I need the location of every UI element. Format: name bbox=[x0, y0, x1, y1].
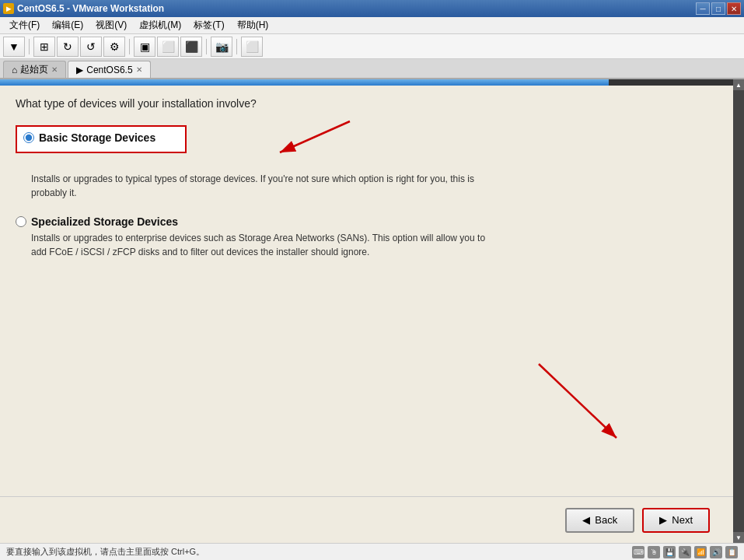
option-basic-desc: Installs or upgrades to typical types of… bbox=[31, 172, 498, 200]
toolbar-network-btn[interactable]: ⊞ bbox=[33, 37, 55, 57]
annotation-arrow-bottom bbox=[515, 360, 671, 453]
option-specialized-header: Specialized Storage Devices bbox=[16, 215, 718, 228]
centos-tab-close[interactable]: ✕ bbox=[136, 65, 142, 74]
status-text: 要直接输入到该虚拟机，请点击主里面或按 Ctrl+G。 bbox=[6, 546, 632, 558]
question-text: What type of devices will your installat… bbox=[16, 97, 718, 110]
tab-home[interactable]: ⌂ 起始页 ✕ bbox=[3, 61, 66, 78]
status-icon-6: 🔊 bbox=[710, 546, 722, 558]
option-specialized-desc: Installs or upgrades to enterprise devic… bbox=[31, 231, 498, 259]
toolbar-dropdown-btn[interactable]: ▼ bbox=[3, 37, 25, 57]
scroll-up-arrow[interactable]: ▲ bbox=[733, 79, 744, 90]
main-wrapper: What type of devices will your installat… bbox=[0, 79, 744, 543]
window-controls: ─ □ ✕ bbox=[696, 2, 741, 15]
menu-edit[interactable]: 编辑(E) bbox=[46, 17, 89, 33]
vm-screen[interactable]: What type of devices will your installat… bbox=[0, 79, 733, 543]
option-basic-block: Basic Storage Devices bbox=[16, 125, 187, 153]
toolbar-sep-4 bbox=[236, 39, 237, 54]
maximize-button[interactable]: □ bbox=[711, 2, 725, 15]
toolbar: ▼ ⊞ ↻ ↺ ⚙ ▣ ⬜ ⬛ 📷 ⬜ bbox=[0, 34, 744, 59]
right-scrollbar: ▲ ▼ bbox=[733, 79, 744, 543]
scrollbar-track bbox=[733, 90, 744, 532]
next-arrow-icon: ▶ bbox=[659, 514, 667, 526]
title-bar: ▶ CentOS6.5 - VMware Workstation ─ □ ✕ bbox=[0, 0, 744, 17]
menu-view[interactable]: 视图(V) bbox=[89, 17, 133, 33]
annotation-arrow-top bbox=[241, 117, 365, 164]
home-tab-icon: ⌂ bbox=[12, 65, 17, 75]
status-icon-3: 💾 bbox=[663, 546, 676, 558]
option-specialized-title: Specialized Storage Devices bbox=[31, 215, 178, 228]
menu-tabs[interactable]: 标签(T) bbox=[187, 17, 230, 33]
minimize-button[interactable]: ─ bbox=[696, 2, 710, 15]
option-basic-title: Basic Storage Devices bbox=[39, 131, 155, 144]
progress-bar-fill bbox=[0, 79, 609, 86]
installer-bottom: ◀ Back ▶ Next bbox=[0, 496, 733, 543]
installer-content: What type of devices will your installat… bbox=[0, 86, 733, 496]
close-button[interactable]: ✕ bbox=[727, 2, 741, 15]
option-basic-radio[interactable] bbox=[23, 132, 34, 143]
next-label: Next bbox=[672, 514, 693, 526]
option-basic-header: Basic Storage Devices bbox=[23, 131, 179, 144]
toolbar-sep-1 bbox=[29, 39, 30, 54]
option-basic-wrapper: Basic Storage Devices Installs or upgrad… bbox=[16, 125, 718, 200]
option-specialized-wrapper: Specialized Storage Devices Installs or … bbox=[16, 215, 718, 259]
centos-tab-label: CentOS6.5 bbox=[86, 65, 132, 75]
app-icon: ▶ bbox=[3, 3, 14, 14]
scroll-down-arrow[interactable]: ▼ bbox=[733, 532, 744, 543]
toolbar-display-btn[interactable]: ▣ bbox=[134, 37, 155, 57]
menu-help[interactable]: 帮助(H) bbox=[231, 17, 275, 33]
toolbar-refresh2-btn[interactable]: ↺ bbox=[80, 37, 102, 57]
tab-centos[interactable]: ▶ CentOS6.5 ✕ bbox=[68, 61, 150, 78]
toolbar-split-btn[interactable]: ⬜ bbox=[157, 37, 179, 57]
back-label: Back bbox=[595, 514, 617, 526]
toolbar-expand-btn[interactable]: ⬛ bbox=[180, 37, 202, 57]
back-arrow-icon: ◀ bbox=[582, 514, 590, 526]
status-icon-5: 📶 bbox=[694, 546, 707, 558]
status-icons: ⌨ 🖱 💾 🔌 📶 🔊 📋 bbox=[632, 546, 738, 558]
toolbar-config-btn[interactable]: ⚙ bbox=[103, 37, 125, 57]
menu-file[interactable]: 文件(F) bbox=[3, 17, 46, 33]
option-specialized-radio[interactable] bbox=[16, 216, 26, 227]
back-button[interactable]: ◀ Back bbox=[565, 508, 634, 533]
status-icon-1: ⌨ bbox=[632, 546, 644, 558]
status-bar: 要直接输入到该虚拟机，请点击主里面或按 Ctrl+G。 ⌨ 🖱 💾 🔌 📶 🔊 … bbox=[0, 543, 744, 560]
home-tab-close[interactable]: ✕ bbox=[51, 65, 58, 74]
status-icon-7: 📋 bbox=[725, 546, 738, 558]
progress-bar-container bbox=[0, 79, 733, 86]
toolbar-sep-3 bbox=[206, 39, 207, 54]
toolbar-fullscreen-btn[interactable]: ⬜ bbox=[241, 37, 263, 57]
toolbar-snapshot-btn[interactable]: 📷 bbox=[211, 37, 232, 57]
status-icon-2: 🖱 bbox=[648, 546, 660, 558]
status-icon-4: 🔌 bbox=[679, 546, 691, 558]
centos-tab-icon: ▶ bbox=[76, 65, 83, 75]
toolbar-refresh-btn[interactable]: ↻ bbox=[57, 37, 79, 57]
tab-bar: ⌂ 起始页 ✕ ▶ CentOS6.5 ✕ bbox=[0, 59, 744, 79]
window-title: CentOS6.5 - VMware Workstation bbox=[17, 3, 696, 14]
menu-bar: 文件(F) 编辑(E) 视图(V) 虚拟机(M) 标签(T) 帮助(H) bbox=[0, 17, 744, 34]
menu-vm[interactable]: 虚拟机(M) bbox=[133, 17, 187, 33]
home-tab-label: 起始页 bbox=[20, 63, 48, 76]
next-button[interactable]: ▶ Next bbox=[642, 508, 710, 533]
toolbar-sep-2 bbox=[129, 39, 130, 54]
